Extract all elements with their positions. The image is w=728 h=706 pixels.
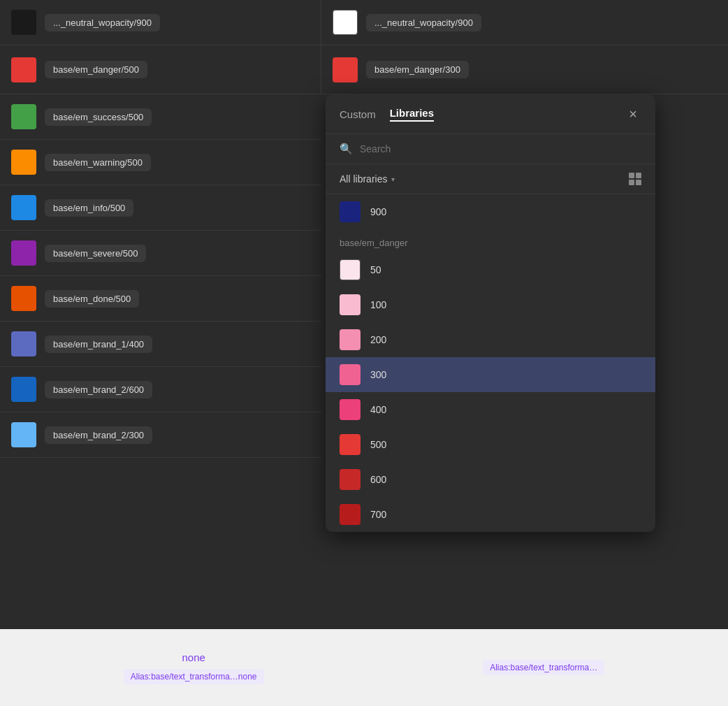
bottom-right-block: Alias:base/text_transforma… <box>483 660 604 675</box>
close-icon[interactable]: × <box>625 106 641 122</box>
search-input[interactable] <box>360 143 641 154</box>
swatch-700 <box>340 504 361 525</box>
label-100: 100 <box>370 299 386 310</box>
swatch-brand2-300 <box>11 422 36 447</box>
color-item-600[interactable]: 600 <box>326 462 655 497</box>
swatch-900 <box>340 201 361 222</box>
swatch-severe <box>11 240 36 266</box>
popup-header: Custom Libraries × <box>326 94 655 134</box>
label-500: 500 <box>370 439 386 450</box>
top-right-0: ..._neutral_wopacity/900 <box>321 0 728 45</box>
color-item-500[interactable]: 500 <box>326 427 655 462</box>
label-done: base/em_done/500 <box>45 290 139 308</box>
swatch-400 <box>340 399 361 420</box>
swatch-success <box>11 104 36 129</box>
label-200: 200 <box>370 334 386 345</box>
label-50: 50 <box>370 264 381 275</box>
label-neutral-right: ..._neutral_wopacity/900 <box>366 14 481 31</box>
swatch-info <box>11 195 36 220</box>
list-item-5[interactable]: base/em_brand_1/400 <box>0 322 321 367</box>
label-warning: base/em_warning/500 <box>45 154 151 171</box>
swatch-danger-500-left <box>11 57 36 82</box>
tab-libraries[interactable]: Libraries <box>390 107 434 122</box>
list-item-2[interactable]: base/em_info/500 <box>0 185 321 231</box>
label-600: 600 <box>370 474 386 485</box>
label-400: 400 <box>370 404 386 415</box>
swatch-neutral-left <box>11 10 36 35</box>
color-item-200[interactable]: 200 <box>326 322 655 357</box>
label-brand2-300: base/em_brand_2/300 <box>45 426 152 444</box>
label-danger-500-left: base/em_danger/500 <box>45 61 147 78</box>
list-item-0[interactable]: base/em_success/500 <box>0 94 321 140</box>
swatch-300 <box>340 364 361 385</box>
color-item-100[interactable]: 100 <box>326 287 655 322</box>
top-row-1: base/em_danger/500 base/em_danger/300 <box>0 45 728 94</box>
bottom-area: none Alias:base/text_transforma…none Ali… <box>0 629 728 706</box>
swatch-600 <box>340 469 361 490</box>
swatch-neutral-right <box>333 10 358 35</box>
filter-label: All libraries <box>340 173 387 185</box>
top-left-1: base/em_danger/500 <box>0 45 321 94</box>
label-brand2-600: base/em_brand_2/600 <box>45 381 152 398</box>
color-item-400[interactable]: 400 <box>326 392 655 427</box>
label-info: base/em_info/500 <box>45 199 133 217</box>
swatch-brand2-600 <box>11 377 36 402</box>
swatch-100 <box>340 294 361 315</box>
color-item-900[interactable]: 900 <box>326 194 655 229</box>
bottom-alias-left: Alias:base/text_transforma…none <box>124 669 264 684</box>
swatch-500 <box>340 434 361 455</box>
list-item-6[interactable]: base/em_brand_2/600 <box>0 367 321 412</box>
label-neutral-left: ..._neutral_wopacity/900 <box>45 14 160 31</box>
list-item-1[interactable]: base/em_warning/500 <box>0 140 321 185</box>
swatch-warning <box>11 150 36 175</box>
search-icon: 🔍 <box>340 143 353 155</box>
popup-color-list: 900 base/em_danger 50 100 200 300 400 <box>326 194 655 532</box>
bottom-left-block: none Alias:base/text_transforma…none <box>124 651 264 684</box>
bottom-alias-right: Alias:base/text_transforma… <box>483 660 604 675</box>
search-bar: 🔍 <box>326 134 655 164</box>
swatch-200 <box>340 329 361 350</box>
swatch-50 <box>340 259 361 280</box>
label-300: 300 <box>370 369 386 380</box>
color-item-700[interactable]: 700 <box>326 497 655 532</box>
label-brand1: base/em_brand_1/400 <box>45 336 152 353</box>
tab-custom[interactable]: Custom <box>340 108 376 120</box>
section-header-danger: base/em_danger <box>326 229 655 252</box>
top-left-0: ..._neutral_wopacity/900 <box>0 0 321 45</box>
chevron-down-icon: ▾ <box>391 175 395 183</box>
swatch-brand1 <box>11 331 36 356</box>
list-item-7[interactable]: base/em_brand_2/300 <box>0 412 321 458</box>
label-success: base/em_success/500 <box>45 108 152 126</box>
label-900: 900 <box>370 206 386 217</box>
label-danger-300-right: base/em_danger/300 <box>366 61 469 78</box>
label-severe: base/em_severe/500 <box>45 245 146 262</box>
top-right-1: base/em_danger/300 <box>321 45 728 94</box>
color-item-50[interactable]: 50 <box>326 252 655 287</box>
grid-view-icon[interactable] <box>629 173 641 185</box>
filter-row: All libraries ▾ <box>326 164 655 194</box>
color-item-300[interactable]: 300 <box>326 357 655 392</box>
top-row-0: ..._neutral_wopacity/900 ..._neutral_wop… <box>0 0 728 45</box>
list-item-4[interactable]: base/em_done/500 <box>0 276 321 322</box>
library-filter-dropdown[interactable]: All libraries ▾ <box>340 173 395 185</box>
list-item-3[interactable]: base/em_severe/500 <box>0 231 321 276</box>
bottom-none-label: none <box>182 651 205 663</box>
color-list: base/em_success/500 base/em_warning/500 … <box>0 94 321 458</box>
color-picker-popup: Custom Libraries × 🔍 All libraries ▾ 900… <box>326 94 655 532</box>
swatch-done <box>11 286 36 311</box>
label-700: 700 <box>370 509 386 520</box>
swatch-danger-300-right <box>333 57 358 82</box>
